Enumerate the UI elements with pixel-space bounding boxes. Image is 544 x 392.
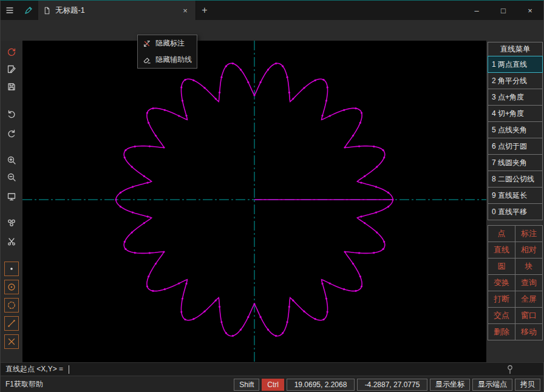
menu-title: 直线菜单 bbox=[488, 42, 543, 56]
titlebar: 无标题-1 × + – □ × bbox=[1, 1, 543, 20]
relative-coordinates: -4.2887, 27.0775 bbox=[357, 379, 427, 391]
zoom-out-icon bbox=[7, 172, 16, 182]
fit-screen-icon bbox=[7, 192, 16, 201]
grid-button-line[interactable]: 直线 bbox=[488, 242, 515, 259]
toolbar: 0 ▾ bbox=[1, 20, 543, 41]
menu-item-point-angle[interactable]: 3 点+角度 bbox=[488, 89, 543, 106]
menu-item-label: 隐藏标注 bbox=[155, 38, 185, 49]
grid-button-move[interactable]: 移动 bbox=[515, 324, 543, 340]
context-menu: 隐藏标注 隐藏辅助线 bbox=[137, 35, 197, 69]
app-menu-button[interactable] bbox=[1, 1, 19, 20]
new-tab-button[interactable]: + bbox=[196, 2, 213, 19]
minimize-button[interactable]: – bbox=[463, 1, 490, 20]
pattern-circles-icon bbox=[7, 218, 16, 228]
grid-button-block[interactable]: 块 bbox=[515, 259, 543, 275]
right-panel: 直线菜单 1 两点直线 2 角平分线 3 点+角度 4 切+角度 5 点线夹角 … bbox=[486, 41, 544, 362]
grid-button-circle[interactable]: 圆 bbox=[488, 259, 515, 275]
undo-icon bbox=[7, 109, 16, 119]
menu-item-tangent-angle[interactable]: 4 切+角度 bbox=[488, 105, 543, 122]
menu-item-line-offset[interactable]: 0 直线平移 bbox=[488, 203, 543, 220]
grid-button-dimension[interactable]: 标注 bbox=[515, 226, 543, 242]
show-coordinates-button[interactable]: 显示坐标 bbox=[430, 379, 470, 391]
grid-button-delete[interactable]: 删除 bbox=[488, 324, 515, 340]
refresh-red-button[interactable] bbox=[7, 47, 16, 57]
scissors-button[interactable] bbox=[7, 237, 16, 246]
menu-item-hide-dimensions[interactable]: 隐藏标注 bbox=[138, 35, 197, 52]
drawing-canvas[interactable] bbox=[22, 41, 486, 362]
hide-guides-icon bbox=[143, 56, 151, 64]
left-toolbar bbox=[1, 41, 22, 362]
save-icon bbox=[7, 82, 16, 92]
save-button[interactable] bbox=[7, 82, 16, 92]
grid-button-point[interactable]: 点 bbox=[488, 226, 515, 242]
pen-icon bbox=[24, 6, 33, 15]
segment-tool-icon bbox=[7, 319, 16, 328]
menu-item-common-tangent[interactable]: 8 二圆公切线 bbox=[488, 171, 543, 188]
grid-button-fullscreen[interactable]: 全屏 bbox=[515, 291, 543, 308]
ctrl-toggle[interactable]: Ctrl bbox=[262, 379, 284, 391]
app-window: 无标题-1 × + – □ × 0 ▾ bbox=[0, 0, 544, 392]
grid-button-relative[interactable]: 相对 bbox=[515, 242, 543, 259]
hamburger-icon bbox=[5, 5, 15, 15]
coordinate-input[interactable] bbox=[70, 365, 506, 374]
menu-item-point-tangent-circle[interactable]: 6 点切于圆 bbox=[488, 138, 543, 155]
menu-item-angle-bisector[interactable]: 2 角平分线 bbox=[488, 72, 543, 89]
circle-point-tool-button[interactable] bbox=[4, 280, 19, 294]
hide-dimension-icon bbox=[143, 39, 151, 48]
help-hint: F1获取帮助 bbox=[5, 379, 43, 390]
pen-mode-button[interactable] bbox=[19, 1, 37, 20]
refresh-red-icon bbox=[7, 47, 16, 57]
dashed-circle-tool-button[interactable] bbox=[4, 298, 19, 313]
circle-point-tool-icon bbox=[7, 282, 16, 292]
grid-button-window[interactable]: 窗口 bbox=[515, 308, 543, 324]
shift-toggle[interactable]: Shift bbox=[234, 379, 259, 391]
zoom-in-icon bbox=[7, 155, 16, 165]
segment-tool-button[interactable] bbox=[4, 316, 19, 331]
edit-sheet-icon bbox=[7, 64, 16, 74]
tab-close-button[interactable]: × bbox=[180, 5, 191, 16]
menu-item-label: 隐藏辅助线 bbox=[155, 55, 192, 65]
menu-item-hide-guides[interactable]: 隐藏辅助线 bbox=[138, 52, 197, 68]
maximize-button[interactable]: □ bbox=[490, 1, 517, 20]
undo-button[interactable] bbox=[7, 109, 16, 119]
dashed-circle-tool-icon bbox=[7, 300, 16, 310]
copy-coordinates-button[interactable]: 拷贝 bbox=[515, 379, 540, 391]
cursor-coordinates: 19.0695, 2.2068 bbox=[287, 379, 355, 391]
document-icon bbox=[43, 7, 51, 15]
command-prompt: 直线起点 <X,Y> = bbox=[5, 364, 65, 374]
grid-button-transform[interactable]: 变换 bbox=[488, 275, 515, 291]
redo-button[interactable] bbox=[7, 129, 16, 138]
edit-sheet-button[interactable] bbox=[7, 64, 16, 74]
command-bar: 直线起点 <X,Y> = bbox=[1, 362, 543, 376]
tab-title: 无标题-1 bbox=[55, 5, 175, 16]
zoom-out-button[interactable] bbox=[7, 172, 16, 182]
grid-button-query[interactable]: 查询 bbox=[515, 275, 543, 291]
grid-button-break[interactable]: 打断 bbox=[488, 291, 515, 308]
pattern-circles-button[interactable] bbox=[7, 218, 16, 228]
show-endpoints-button[interactable]: 显示端点 bbox=[472, 379, 512, 391]
scissors-icon bbox=[7, 237, 16, 246]
status-bar: F1获取帮助 Shift Ctrl 19.0695, 2.2068 -4.288… bbox=[1, 376, 543, 392]
menu-item-point-line-angle[interactable]: 5 点线夹角 bbox=[488, 121, 543, 138]
zoom-in-button[interactable] bbox=[7, 155, 16, 165]
x-tool-button[interactable] bbox=[4, 334, 19, 349]
tool-grid: 点 标注 直线 相对 圆 块 变换 查询 打断 全屏 交点 窗口 删除 移动 bbox=[488, 225, 543, 340]
text-caret bbox=[69, 365, 69, 374]
gear-drawing bbox=[22, 41, 486, 362]
redo-icon bbox=[7, 129, 16, 138]
point-tool-button[interactable] bbox=[4, 262, 19, 276]
menu-item-two-point-line[interactable]: 1 两点直线 bbox=[488, 56, 543, 73]
grid-button-intersection[interactable]: 交点 bbox=[488, 308, 515, 324]
document-tab[interactable]: 无标题-1 × bbox=[38, 1, 196, 20]
fit-screen-button[interactable] bbox=[7, 192, 16, 201]
menu-item-line-circle-angle[interactable]: 7 线圆夹角 bbox=[488, 154, 543, 171]
pin-icon[interactable] bbox=[506, 365, 514, 374]
window-close-button[interactable]: × bbox=[517, 1, 543, 20]
menu-item-line-extend[interactable]: 9 直线延长 bbox=[488, 187, 543, 204]
point-tool-icon bbox=[7, 264, 16, 274]
x-tool-icon bbox=[7, 337, 16, 346]
